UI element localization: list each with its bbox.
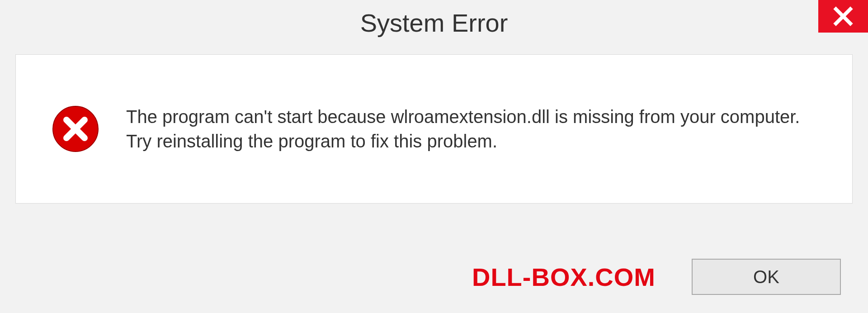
error-icon (52, 105, 99, 152)
ok-button-label: OK (753, 267, 779, 287)
dialog-title: System Error (360, 8, 508, 38)
dialog-content: The program can't start because wlroamex… (15, 54, 853, 204)
close-button[interactable] (818, 0, 868, 33)
dialog-titlebar: System Error (0, 0, 868, 45)
error-message: The program can't start because wlroamex… (126, 104, 825, 153)
watermark-text: DLL-BOX.COM (472, 262, 656, 292)
close-icon (833, 6, 853, 26)
ok-button[interactable]: OK (692, 259, 841, 295)
dialog-footer: DLL-BOX.COM OK (0, 259, 868, 295)
